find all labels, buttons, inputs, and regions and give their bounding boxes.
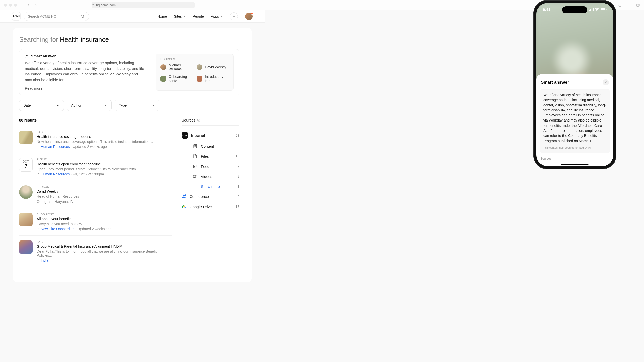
svg-point-5 — [26, 57, 26, 57]
answer-disclaimer: This content has been generated by AI — [543, 146, 606, 150]
breadcrumb-link[interactable]: New Hire Onboarding — [41, 227, 75, 231]
svg-rect-11 — [592, 8, 592, 11]
acme-icon: ACME — [182, 132, 188, 139]
svg-rect-15 — [606, 9, 607, 10]
svg-rect-14 — [601, 8, 605, 10]
result-item[interactable]: PERSON David Weekly Head of Human Resour… — [19, 181, 172, 208]
svg-rect-0 — [92, 5, 94, 6]
confluence-icon — [182, 194, 187, 199]
search-input[interactable]: Search ACME HQ — [24, 12, 89, 21]
chevron-down-icon — [104, 104, 107, 107]
source-feed[interactable]: Feed7 — [185, 161, 239, 171]
new-tab-icon[interactable] — [627, 3, 631, 7]
result-item[interactable]: OCT7 EVENT Health benefits open enrollme… — [19, 153, 172, 181]
avatar — [19, 185, 33, 199]
home-indicator[interactable] — [561, 164, 589, 165]
svg-point-4 — [28, 55, 28, 55]
result-item[interactable]: BLOG POST All about your benefits Everyt… — [19, 208, 172, 235]
phone-mockup: 9:41 Smart answer We offer a variety of … — [533, 0, 616, 169]
cellular-icon — [589, 8, 594, 11]
url-text: hq.acme.com — [96, 3, 116, 7]
breadcrumb-link[interactable]: Human Resources — [41, 172, 70, 176]
filter-date[interactable]: Date — [19, 100, 64, 111]
answer-body: We offer a variety of health insurance c… — [543, 92, 606, 143]
source-files[interactable]: Files15 — [185, 151, 239, 161]
sources-panel: Sources ACMEIntranet 59 Content33 Files1… — [182, 118, 239, 267]
status-time: 9:41 — [543, 7, 550, 12]
share-icon[interactable] — [618, 3, 622, 7]
source-item[interactable]: Introductory info... — [197, 75, 229, 83]
source-item[interactable]: Michael Williams — [160, 63, 193, 71]
app-logo[interactable]: ACME — [12, 12, 21, 21]
filter-author[interactable]: Author — [67, 100, 112, 111]
nav-home[interactable]: Home — [157, 14, 167, 18]
bottom-sheet: Smart answer We offer a variety of healt… — [536, 74, 613, 166]
back-icon[interactable] — [26, 3, 31, 7]
close-button[interactable] — [603, 79, 609, 85]
notification-dot — [251, 12, 253, 15]
smart-answer-body: We offer a variety of health insurance c… — [25, 60, 146, 83]
source-videos[interactable]: Videos3 — [185, 171, 239, 181]
chevron-down-icon — [56, 104, 60, 107]
source-content[interactable]: Content33 — [185, 141, 239, 151]
battery-icon — [600, 8, 607, 11]
breadcrumb-link[interactable]: India — [41, 258, 48, 262]
source-gdrive[interactable]: Google Drive17 — [182, 202, 239, 212]
source-item[interactable]: Onboarding conte... — [160, 75, 193, 83]
google-drive-icon — [182, 204, 187, 209]
source-intranet[interactable]: ACMEIntranet 59 — [182, 130, 239, 141]
traffic-lights — [4, 4, 17, 7]
sparkle-icon — [25, 54, 29, 58]
url-bar[interactable]: hq.acme.com — [92, 2, 195, 8]
calendar-icon: OCT7 — [19, 158, 33, 172]
app-header: ACME Search ACME HQ Home Sites People Ap… — [0, 10, 265, 23]
sources-header: Sources — [182, 118, 239, 126]
svg-rect-8 — [193, 175, 196, 177]
svg-rect-7 — [194, 144, 197, 148]
info-icon[interactable] — [197, 118, 200, 122]
chevron-down-icon — [183, 15, 186, 18]
result-thumb — [19, 131, 33, 144]
source-item[interactable]: David Weekly — [197, 63, 229, 71]
results-count: 80 results — [19, 118, 172, 122]
result-item[interactable]: PAGE Group Medical & Parental Insurance … — [19, 235, 172, 267]
smart-answer-label: Smart answer — [31, 54, 56, 58]
source-show-more[interactable]: Show more1 — [185, 181, 239, 191]
result-thumb — [19, 240, 33, 254]
user-avatar[interactable] — [245, 13, 253, 20]
add-button[interactable] — [230, 12, 238, 20]
nav-apps[interactable]: Apps — [211, 14, 223, 18]
chevron-down-icon — [220, 15, 223, 18]
tabs-icon[interactable] — [636, 3, 640, 7]
answer-box: We offer a variety of health insurance c… — [540, 89, 610, 153]
source-confluence[interactable]: Confluence4 — [182, 191, 239, 202]
document-icon — [193, 144, 198, 149]
search-panel: Searching for Health insurance Smart ans… — [13, 28, 252, 282]
lock-icon — [92, 4, 95, 7]
svg-point-3 — [81, 15, 84, 18]
filter-type[interactable]: Type — [115, 100, 159, 111]
breadcrumb-link[interactable]: Human Resources — [41, 145, 70, 149]
page-title: Searching for Health insurance — [19, 36, 239, 44]
refresh-icon[interactable] — [192, 4, 195, 7]
smart-sources-box: SOURCES Michael Williams David Weekly On… — [156, 54, 234, 91]
sources-label: SOURCES — [160, 58, 229, 61]
read-more-link[interactable]: Read more — [25, 86, 42, 90]
result-item[interactable]: PAGE Health insurance coverage options N… — [19, 126, 172, 153]
video-icon — [193, 174, 198, 179]
file-icon — [193, 154, 198, 159]
browser-nav-arrows[interactable] — [26, 3, 38, 7]
wifi-icon — [595, 8, 599, 11]
svg-rect-9 — [589, 10, 590, 11]
sheet-sources-label: Sources — [540, 157, 610, 160]
forward-icon[interactable] — [34, 3, 38, 7]
sheet-title: Smart answer — [541, 80, 569, 85]
svg-rect-2 — [637, 4, 639, 6]
svg-rect-12 — [593, 8, 594, 11]
chevron-down-icon — [152, 104, 155, 107]
nav-sites[interactable]: Sites — [174, 14, 186, 18]
dynamic-island — [562, 6, 587, 13]
smart-answer-card: Smart answer We offer a variety of healt… — [19, 49, 239, 95]
result-thumb — [19, 213, 33, 226]
nav-people[interactable]: People — [193, 14, 204, 18]
